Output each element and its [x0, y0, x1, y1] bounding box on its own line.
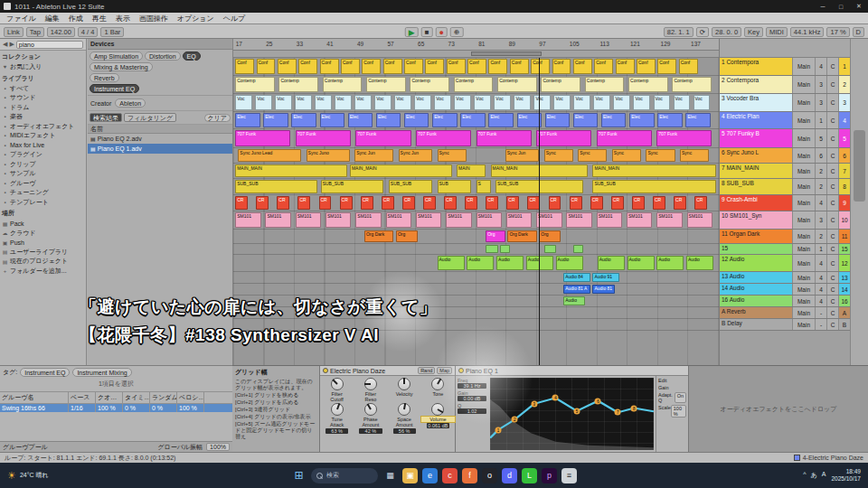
clip[interactable]: Audio — [627, 256, 655, 270]
track-pan-cell[interactable]: C — [826, 272, 838, 283]
clip[interactable]: CR — [590, 196, 603, 210]
sidebar-item[interactable]: ▪オーディオエフェクト — [0, 122, 86, 132]
eq-control[interactable]: Gain — [658, 385, 686, 390]
clip[interactable]: Sync — [680, 149, 709, 162]
track-pan-cell[interactable]: C — [826, 244, 838, 254]
clip[interactable]: Audio 84 — [563, 273, 590, 282]
clip[interactable]: Sync Juno — [307, 149, 350, 162]
clip[interactable]: CR — [319, 196, 332, 210]
clip[interactable]: Voc — [335, 95, 352, 110]
clip[interactable]: Elec — [573, 113, 598, 127]
track-header[interactable]: 13 AudioMain4C13 — [720, 272, 850, 284]
track-pan-cell[interactable]: C — [826, 112, 838, 128]
track-send-cell[interactable]: 4 — [815, 284, 826, 295]
clip[interactable]: Voc — [693, 95, 711, 110]
clip[interactable]: Conf — [657, 59, 676, 74]
tag-chip[interactable]: Instrument EQ — [20, 368, 70, 377]
track-send-cell[interactable]: 4 — [815, 272, 826, 283]
sidebar-item[interactable]: ▪サンプル — [0, 169, 86, 179]
loop-length-field[interactable]: 28. 0. 0 — [712, 27, 741, 37]
clip[interactable]: 707 Funk — [597, 130, 652, 146]
sidebar-item[interactable]: ♥お気に入り — [0, 62, 86, 72]
sidebar-item[interactable]: ▣Push — [0, 238, 86, 248]
clip[interactable]: Contemp — [410, 77, 448, 92]
clip[interactable]: SM101 — [536, 212, 561, 228]
clip[interactable]: Elec — [320, 113, 344, 127]
clip[interactable]: Audio 81 — [592, 285, 614, 294]
clip[interactable]: CR — [527, 196, 540, 210]
tray-icon[interactable]: ^ — [803, 471, 806, 480]
track-send-cell[interactable]: - — [815, 319, 826, 330]
track-pan-cell[interactable]: C — [826, 255, 838, 271]
track-pan-cell[interactable]: C — [826, 94, 838, 111]
clip[interactable]: CR — [361, 196, 373, 210]
clip[interactable]: Elec — [460, 113, 485, 127]
clip[interactable]: Contemp — [541, 77, 580, 92]
menu-item-編集[interactable]: 編集 — [41, 14, 64, 23]
track-output-chooser[interactable]: Main — [792, 148, 815, 163]
clip[interactable]: 707 Funk — [296, 130, 351, 146]
clip[interactable]: Voc — [533, 95, 551, 110]
explorer-icon[interactable]: ▣ — [402, 468, 418, 483]
browser-search-input[interactable]: piano — [16, 41, 83, 49]
track-header[interactable]: 7 MAIN_MAINMain2C7 — [720, 164, 850, 179]
eq-band-handle[interactable]: 2 — [512, 417, 518, 423]
clip[interactable]: CR — [402, 196, 415, 210]
tap-tempo-button[interactable]: Tap — [26, 27, 44, 37]
clip[interactable]: Contemp — [235, 77, 274, 92]
macro-knob[interactable]: Space Amount56 % — [388, 402, 421, 434]
clip[interactable]: CR — [235, 196, 248, 210]
clip[interactable]: CR — [382, 196, 394, 210]
device-on-toggle[interactable] — [323, 368, 328, 373]
eq-band-handle[interactable]: 6 — [595, 398, 601, 404]
clip[interactable]: Sync — [646, 149, 675, 162]
menu-item-ファイル[interactable]: ファイル — [2, 14, 41, 23]
clip[interactable]: MAIN_MAIN — [592, 164, 716, 177]
sidebar-item[interactable]: ▤ユーザーライブラリ — [0, 248, 86, 258]
sidebar-item[interactable]: ▪ドラム — [0, 103, 86, 113]
clip[interactable]: Voc — [553, 95, 571, 110]
clip[interactable]: Audio — [598, 256, 625, 270]
device-drop-area[interactable]: オーディオエフェクトをここへドロップ — [689, 366, 868, 452]
track-send-cell[interactable]: - — [815, 307, 826, 318]
clip[interactable]: CR — [423, 196, 436, 210]
clip[interactable]: CR — [653, 196, 665, 210]
clip[interactable]: CR — [277, 196, 289, 210]
clip[interactable]: Audio — [686, 256, 713, 270]
clip[interactable]: Conf — [616, 59, 635, 74]
clip[interactable]: Conf — [341, 59, 360, 74]
track-pan-cell[interactable]: C — [826, 148, 838, 163]
track-output-chooser[interactable]: Main — [792, 164, 815, 178]
clip[interactable]: CR — [549, 196, 561, 210]
clip[interactable]: CR — [465, 196, 477, 210]
menu-item-ヘルプ[interactable]: ヘルプ — [219, 14, 250, 23]
clip[interactable]: Voc — [374, 95, 392, 110]
clip[interactable]: Elec — [629, 113, 654, 127]
clip[interactable]: CR — [611, 196, 624, 210]
taskbar-clock[interactable]: 18:49 2025/10/17 — [831, 468, 861, 483]
clip[interactable]: Org Dark — [364, 230, 393, 242]
clip[interactable]: Conf — [447, 59, 466, 74]
clip[interactable]: Sync Jun — [399, 149, 433, 162]
clip[interactable]: Voc — [674, 95, 691, 110]
clip[interactable]: Elec — [348, 113, 373, 127]
scrub-area[interactable] — [233, 51, 719, 58]
track-send-cell[interactable]: 1 — [815, 244, 826, 254]
track-output-chooser[interactable]: Main — [792, 112, 815, 128]
clip[interactable]: S — [476, 180, 491, 193]
clip[interactable]: Conf — [637, 59, 656, 74]
menu-item-画面操作[interactable]: 画面操作 — [135, 14, 173, 23]
track-header[interactable]: 11 Organ DarkMain2C11 — [720, 230, 850, 244]
track-header[interactable]: 6 Sync Juno LMain6C6 — [720, 148, 850, 164]
clip[interactable]: SM101 — [265, 212, 290, 228]
eq-on-toggle[interactable] — [458, 368, 464, 373]
record-button[interactable]: ● — [436, 27, 448, 37]
tempo-field[interactable]: 142.00 — [47, 27, 75, 37]
track-header[interactable]: 5 707 Funky BMain5C5 — [720, 129, 850, 148]
eq-band-handle[interactable]: 4 — [552, 395, 559, 401]
overdub-button[interactable]: ⊕ — [450, 27, 463, 37]
clip[interactable]: Conf — [531, 59, 550, 74]
groove-column-header[interactable]: クオ… — [96, 392, 123, 403]
clip[interactable]: CR — [486, 196, 498, 210]
eq-band-handle[interactable]: 8 — [631, 405, 637, 411]
